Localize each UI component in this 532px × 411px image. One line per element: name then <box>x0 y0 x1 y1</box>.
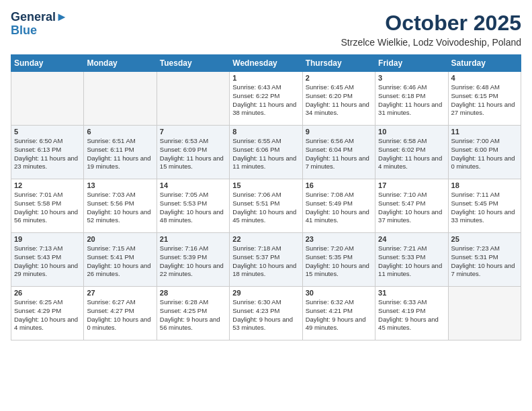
month-title: October 2025 <box>341 11 521 36</box>
day-info: Sunrise: 7:16 AM Sunset: 5:39 PM Dayligh… <box>160 244 226 279</box>
calendar-cell: 6 Sunrise: 6:51 AM Sunset: 6:11 PM Dayli… <box>84 126 157 179</box>
calendar-cell: 25 Sunrise: 7:23 AM Sunset: 5:31 PM Dayl… <box>448 233 521 287</box>
day-number: 12 <box>14 181 81 189</box>
logo-text: General►Blue <box>11 11 68 38</box>
weekday-header-saturday: Saturday <box>448 55 521 72</box>
day-number: 29 <box>232 289 299 297</box>
calendar-cell: 20 Sunrise: 7:15 AM Sunset: 5:41 PM Dayl… <box>84 233 157 287</box>
day-number: 31 <box>378 289 445 297</box>
day-info: Sunrise: 6:48 AM Sunset: 6:15 PM Dayligh… <box>451 83 518 118</box>
calendar-cell: 1 Sunrise: 6:43 AM Sunset: 6:22 PM Dayli… <box>230 72 302 126</box>
calendar-cell: 5 Sunrise: 6:50 AM Sunset: 6:13 PM Dayli… <box>11 126 84 179</box>
calendar-cell: 15 Sunrise: 7:06 AM Sunset: 5:51 PM Dayl… <box>230 179 302 233</box>
weekday-header-friday: Friday <box>375 55 448 72</box>
day-number: 21 <box>160 235 226 243</box>
calendar-cell: 13 Sunrise: 7:03 AM Sunset: 5:56 PM Dayl… <box>84 179 157 233</box>
calendar-cell: 10 Sunrise: 6:58 AM Sunset: 6:02 PM Dayl… <box>375 126 448 179</box>
day-info: Sunrise: 6:55 AM Sunset: 6:06 PM Dayligh… <box>232 137 299 171</box>
day-number: 24 <box>378 235 445 243</box>
day-info: Sunrise: 7:23 AM Sunset: 5:31 PM Dayligh… <box>451 244 518 279</box>
day-info: Sunrise: 6:32 AM Sunset: 4:21 PM Dayligh… <box>306 298 372 332</box>
calendar-cell: 29 Sunrise: 6:30 AM Sunset: 4:23 PM Dayl… <box>230 287 302 340</box>
day-info: Sunrise: 7:15 AM Sunset: 5:41 PM Dayligh… <box>87 244 153 279</box>
day-info: Sunrise: 6:51 AM Sunset: 6:11 PM Dayligh… <box>87 137 153 171</box>
calendar-cell: 26 Sunrise: 6:25 AM Sunset: 4:29 PM Dayl… <box>11 287 84 340</box>
day-number: 8 <box>232 128 299 136</box>
calendar-cell <box>157 72 229 126</box>
day-number: 25 <box>451 235 518 243</box>
calendar-cell: 7 Sunrise: 6:53 AM Sunset: 6:09 PM Dayli… <box>157 126 229 179</box>
day-info: Sunrise: 6:45 AM Sunset: 6:20 PM Dayligh… <box>306 83 372 118</box>
day-info: Sunrise: 6:30 AM Sunset: 4:23 PM Dayligh… <box>232 298 299 332</box>
day-number: 26 <box>14 289 81 297</box>
day-info: Sunrise: 6:27 AM Sunset: 4:27 PM Dayligh… <box>87 298 153 332</box>
day-info: Sunrise: 7:06 AM Sunset: 5:51 PM Dayligh… <box>232 191 299 225</box>
page-header: General►Blue October 2025 Strzelce Wielk… <box>11 11 521 48</box>
day-number: 14 <box>160 181 226 189</box>
day-info: Sunrise: 6:56 AM Sunset: 6:04 PM Dayligh… <box>306 137 372 171</box>
day-info: Sunrise: 6:58 AM Sunset: 6:02 PM Dayligh… <box>378 137 445 171</box>
day-number: 18 <box>451 181 518 189</box>
calendar-cell: 31 Sunrise: 6:33 AM Sunset: 4:19 PM Dayl… <box>375 287 448 340</box>
day-info: Sunrise: 6:53 AM Sunset: 6:09 PM Dayligh… <box>160 137 226 171</box>
day-info: Sunrise: 7:05 AM Sunset: 5:53 PM Dayligh… <box>160 191 226 225</box>
calendar-cell: 22 Sunrise: 7:18 AM Sunset: 5:37 PM Dayl… <box>230 233 302 287</box>
calendar-table: SundayMondayTuesdayWednesdayThursdayFrid… <box>11 54 521 340</box>
calendar-cell: 4 Sunrise: 6:48 AM Sunset: 6:15 PM Dayli… <box>448 72 521 126</box>
day-info: Sunrise: 7:21 AM Sunset: 5:33 PM Dayligh… <box>378 244 445 279</box>
calendar-cell: 11 Sunrise: 7:00 AM Sunset: 6:00 PM Dayl… <box>448 126 521 179</box>
day-info: Sunrise: 7:18 AM Sunset: 5:37 PM Dayligh… <box>232 244 299 279</box>
day-info: Sunrise: 6:46 AM Sunset: 6:18 PM Dayligh… <box>378 83 445 118</box>
weekday-header-wednesday: Wednesday <box>230 55 302 72</box>
day-number: 3 <box>378 74 445 82</box>
day-info: Sunrise: 6:43 AM Sunset: 6:22 PM Dayligh… <box>232 83 299 118</box>
calendar-cell: 3 Sunrise: 6:46 AM Sunset: 6:18 PM Dayli… <box>375 72 448 126</box>
day-number: 5 <box>14 128 81 136</box>
logo: General►Blue <box>11 11 68 38</box>
day-number: 2 <box>306 74 372 82</box>
day-number: 30 <box>306 289 372 297</box>
day-number: 1 <box>232 74 299 82</box>
weekday-header-monday: Monday <box>84 55 157 72</box>
calendar-cell: 23 Sunrise: 7:20 AM Sunset: 5:35 PM Dayl… <box>302 233 375 287</box>
day-number: 9 <box>306 128 372 136</box>
calendar-cell: 8 Sunrise: 6:55 AM Sunset: 6:06 PM Dayli… <box>230 126 302 179</box>
calendar-cell: 2 Sunrise: 6:45 AM Sunset: 6:20 PM Dayli… <box>302 72 375 126</box>
calendar-cell: 30 Sunrise: 6:32 AM Sunset: 4:21 PM Dayl… <box>302 287 375 340</box>
calendar-cell: 28 Sunrise: 6:28 AM Sunset: 4:25 PM Dayl… <box>157 287 229 340</box>
day-number: 16 <box>306 181 372 189</box>
day-number: 28 <box>160 289 226 297</box>
day-number: 17 <box>378 181 445 189</box>
calendar-cell: 27 Sunrise: 6:27 AM Sunset: 4:27 PM Dayl… <box>84 287 157 340</box>
day-number: 11 <box>451 128 518 136</box>
day-info: Sunrise: 6:50 AM Sunset: 6:13 PM Dayligh… <box>14 137 81 171</box>
day-number: 20 <box>87 235 153 243</box>
day-info: Sunrise: 7:13 AM Sunset: 5:43 PM Dayligh… <box>14 244 81 279</box>
day-number: 27 <box>87 289 153 297</box>
day-number: 19 <box>14 235 81 243</box>
calendar-cell: 9 Sunrise: 6:56 AM Sunset: 6:04 PM Dayli… <box>302 126 375 179</box>
calendar-cell: 18 Sunrise: 7:11 AM Sunset: 5:45 PM Dayl… <box>448 179 521 233</box>
day-info: Sunrise: 6:28 AM Sunset: 4:25 PM Dayligh… <box>160 298 226 332</box>
day-number: 4 <box>451 74 518 82</box>
day-info: Sunrise: 6:25 AM Sunset: 4:29 PM Dayligh… <box>14 298 81 332</box>
day-info: Sunrise: 7:03 AM Sunset: 5:56 PM Dayligh… <box>87 191 153 225</box>
calendar-cell <box>448 287 521 340</box>
calendar-cell <box>11 72 84 126</box>
calendar-cell: 14 Sunrise: 7:05 AM Sunset: 5:53 PM Dayl… <box>157 179 229 233</box>
weekday-header-thursday: Thursday <box>302 55 375 72</box>
day-number: 6 <box>87 128 153 136</box>
calendar-cell: 19 Sunrise: 7:13 AM Sunset: 5:43 PM Dayl… <box>11 233 84 287</box>
calendar-cell: 16 Sunrise: 7:08 AM Sunset: 5:49 PM Dayl… <box>302 179 375 233</box>
day-info: Sunrise: 7:10 AM Sunset: 5:47 PM Dayligh… <box>378 191 445 225</box>
day-number: 23 <box>306 235 372 243</box>
day-info: Sunrise: 7:11 AM Sunset: 5:45 PM Dayligh… <box>451 191 518 225</box>
day-info: Sunrise: 7:01 AM Sunset: 5:58 PM Dayligh… <box>14 191 81 225</box>
title-block: October 2025 Strzelce Wielkie, Lodz Voiv… <box>341 11 521 48</box>
weekday-header-tuesday: Tuesday <box>157 55 229 72</box>
calendar-cell <box>84 72 157 126</box>
calendar-cell: 21 Sunrise: 7:16 AM Sunset: 5:39 PM Dayl… <box>157 233 229 287</box>
calendar-cell: 12 Sunrise: 7:01 AM Sunset: 5:58 PM Dayl… <box>11 179 84 233</box>
day-info: Sunrise: 7:08 AM Sunset: 5:49 PM Dayligh… <box>306 191 372 225</box>
day-number: 15 <box>232 181 299 189</box>
